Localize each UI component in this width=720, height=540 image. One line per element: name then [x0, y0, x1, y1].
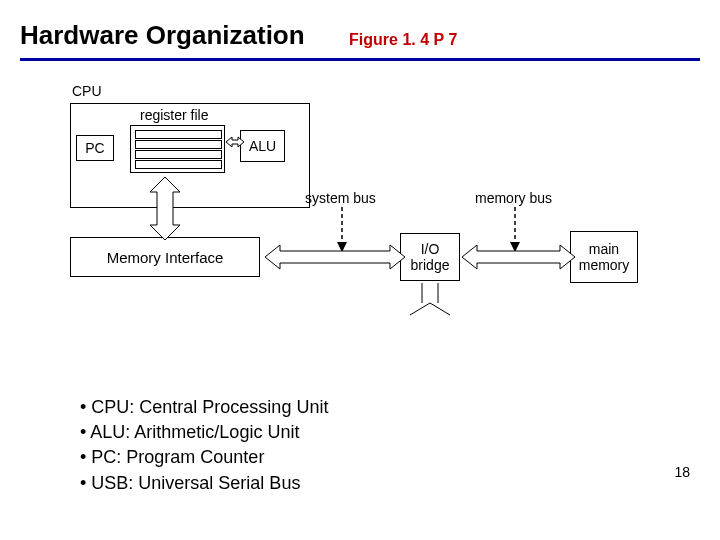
hardware-diagram: CPU register file PC ALU Memory Interfac… — [70, 85, 670, 365]
figure-reference: Figure 1. 4 P 7 — [349, 31, 457, 49]
regfile-alu-connector — [226, 137, 244, 147]
svg-marker-3 — [462, 245, 575, 269]
bullet-alu: ALU: Arithmetic/Logic Unit — [80, 420, 328, 445]
iobridge-mainmem-bus — [462, 245, 575, 269]
regfile-memif-connector — [150, 177, 180, 240]
bullet-usb: USB: Universal Serial Bus — [80, 471, 328, 496]
bullet-pc: PC: Program Counter — [80, 445, 328, 470]
svg-marker-0 — [226, 137, 244, 147]
title-underline — [20, 58, 700, 61]
page-number: 18 — [674, 464, 690, 480]
memif-iobridge-bus — [265, 245, 405, 269]
svg-marker-1 — [150, 177, 180, 240]
slide: Hardware Organization Figure 1. 4 P 7 CP… — [0, 0, 720, 540]
svg-marker-2 — [265, 245, 405, 269]
definitions-list: CPU: Central Processing Unit ALU: Arithm… — [80, 395, 328, 496]
title-row: Hardware Organization Figure 1. 4 P 7 — [20, 20, 700, 51]
bullet-cpu: CPU: Central Processing Unit — [80, 395, 328, 420]
slide-title: Hardware Organization — [20, 20, 305, 51]
diagram-connectors — [70, 85, 670, 365]
iobridge-down-connector — [410, 283, 450, 315]
